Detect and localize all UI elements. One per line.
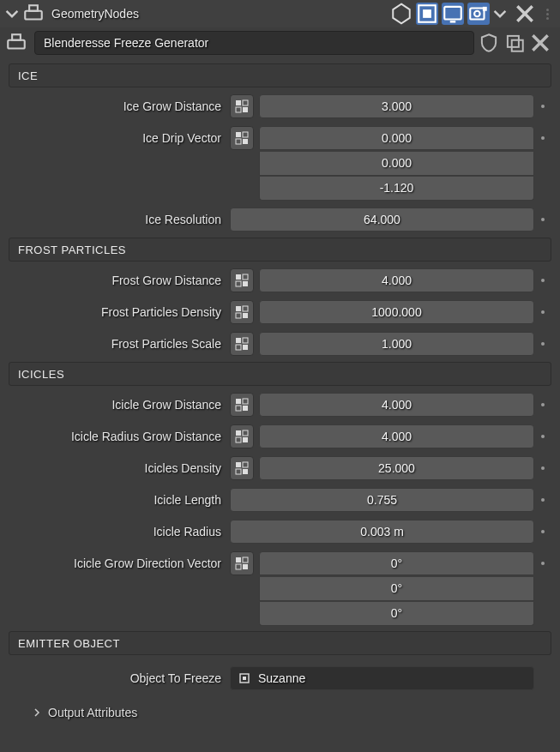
label-icicle-dir: Icicle Grow Direction Vector — [9, 556, 230, 570]
attribute-toggle-icon[interactable] — [230, 551, 254, 575]
pin-dot[interactable] — [534, 279, 551, 282]
attribute-toggle-icon[interactable] — [230, 332, 254, 356]
pin-dot[interactable] — [534, 562, 551, 565]
pin-dot[interactable] — [534, 136, 551, 140]
render-toggle[interactable] — [467, 3, 490, 25]
row-icicle-length: Icicle Length 0.755 — [9, 487, 551, 513]
section-header-icicles: ICICLES — [9, 362, 551, 386]
attribute-toggle-icon[interactable] — [230, 126, 254, 150]
svg-rect-18 — [243, 132, 248, 137]
svg-rect-10 — [12, 34, 21, 40]
pin-dot[interactable] — [534, 403, 551, 406]
value-ice-grow-distance[interactable]: 3.000 — [259, 94, 534, 118]
value-icicle-density[interactable]: 25.000 — [259, 456, 534, 480]
pin-dot[interactable] — [534, 105, 551, 108]
pin-dot[interactable] — [534, 435, 551, 438]
row-icicle-grow-distance: Icicle Grow Distance 4.000 — [9, 392, 551, 418]
svg-rect-29 — [236, 338, 241, 343]
value-icicle-radius-grow[interactable]: 4.000 — [259, 424, 534, 448]
pin-dot[interactable] — [534, 530, 551, 533]
unlink-icon[interactable] — [529, 32, 551, 54]
svg-rect-6 — [470, 9, 484, 20]
svg-rect-50 — [243, 677, 246, 680]
svg-point-7 — [474, 11, 480, 17]
section-header-ice: ICE — [9, 63, 551, 87]
row-ice-drip-z: -1.120 — [9, 176, 551, 201]
row-icicle-density: Icicles Density 25.000 — [9, 455, 551, 481]
svg-rect-11 — [508, 36, 519, 47]
shield-icon[interactable] — [478, 32, 500, 54]
value-frost-density[interactable]: 1000.000 — [259, 300, 534, 324]
pin-dot[interactable] — [534, 498, 551, 502]
node-tree-icon[interactable] — [5, 32, 27, 54]
value-ice-drip-y[interactable]: 0.000 — [259, 152, 534, 176]
row-icicle-radius-grow: Icicle Radius Grow Distance 4.000 — [9, 424, 551, 449]
svg-rect-15 — [236, 107, 241, 112]
value-frost-grow-distance[interactable]: 4.000 — [259, 268, 534, 292]
drag-grip-icon[interactable] — [539, 9, 555, 20]
value-ice-drip-x[interactable]: 0.000 — [259, 126, 534, 150]
chevron-right-icon — [33, 708, 41, 717]
value-icicle-grow[interactable]: 4.000 — [259, 393, 534, 417]
svg-rect-25 — [236, 306, 241, 311]
row-ice-resolution: Ice Resolution 64.000 — [9, 207, 551, 232]
duplicate-icon[interactable] — [503, 32, 526, 54]
close-icon[interactable] — [514, 3, 536, 25]
row-object-to-freeze: Object To Freeze Suzanne — [9, 665, 551, 691]
value-icicle-dir-x[interactable]: 0° — [259, 551, 534, 575]
svg-rect-28 — [243, 313, 248, 318]
extras-dropdown-icon[interactable] — [493, 7, 507, 21]
value-ice-resolution[interactable]: 64.000 — [230, 208, 534, 232]
svg-rect-42 — [243, 462, 248, 467]
attribute-toggle-icon[interactable] — [230, 94, 254, 118]
svg-rect-48 — [243, 564, 248, 569]
value-ice-drip-z[interactable]: -1.120 — [259, 177, 534, 201]
pin-dot[interactable] — [534, 310, 551, 314]
svg-rect-3 — [423, 9, 431, 18]
attribute-toggle-icon[interactable] — [230, 393, 254, 417]
svg-rect-16 — [243, 107, 248, 112]
label-icicle-radius-grow: Icicle Radius Grow Distance — [9, 430, 230, 443]
chevron-down-icon[interactable] — [5, 7, 19, 21]
edit-mode-toggle[interactable] — [416, 3, 438, 25]
label-icicle-radius: Icicle Radius — [9, 525, 230, 538]
row-frost-scale: Frost Particles Scale 1.000 — [9, 331, 551, 357]
value-icicle-dir-z[interactable]: 0° — [259, 602, 534, 626]
svg-rect-24 — [243, 281, 248, 286]
value-icicle-dir-y[interactable]: 0° — [259, 577, 534, 601]
label-frost-scale: Frost Particles Scale — [9, 337, 230, 351]
svg-rect-26 — [243, 306, 248, 311]
svg-rect-5 — [450, 21, 456, 22]
svg-rect-40 — [243, 437, 248, 442]
value-icicle-radius[interactable]: 0.003 m — [230, 520, 534, 544]
display-toggle[interactable] — [442, 3, 464, 25]
value-object-to-freeze[interactable]: Suzanne — [230, 666, 534, 690]
mode-icon-1[interactable] — [390, 3, 412, 25]
svg-rect-34 — [243, 399, 248, 404]
attribute-toggle-icon[interactable] — [230, 300, 254, 324]
pin-dot[interactable] — [534, 466, 551, 470]
output-attributes-toggle[interactable]: Output Attributes — [9, 700, 551, 725]
svg-rect-41 — [236, 462, 241, 467]
modifier-title[interactable]: GeometryNodes — [48, 7, 387, 21]
svg-rect-1 — [29, 5, 38, 11]
svg-rect-0 — [25, 11, 42, 20]
label-icicle-length: Icicle Length — [9, 493, 230, 507]
node-group-name-field[interactable]: Blenderesse Freeze Generator — [34, 31, 474, 55]
pin-dot[interactable] — [534, 218, 551, 221]
attribute-toggle-icon[interactable] — [230, 268, 254, 292]
label-frost-grow-distance: Frost Grow Distance — [9, 274, 230, 287]
value-icicle-length[interactable]: 0.755 — [230, 488, 534, 512]
svg-rect-39 — [236, 437, 241, 442]
attribute-toggle-icon[interactable] — [230, 424, 254, 448]
svg-rect-33 — [236, 399, 241, 404]
modifier-type-icon[interactable] — [22, 3, 45, 25]
row-icicle-radius: Icicle Radius 0.003 m — [9, 519, 551, 544]
attribute-toggle-icon[interactable] — [230, 456, 254, 480]
label-icicle-density: Icicles Density — [9, 461, 230, 475]
label-ice-resolution: Ice Resolution — [9, 213, 230, 226]
value-frost-scale[interactable]: 1.000 — [259, 332, 534, 356]
pin-dot[interactable] — [534, 342, 551, 346]
svg-rect-4 — [444, 7, 461, 20]
svg-rect-22 — [243, 274, 248, 280]
